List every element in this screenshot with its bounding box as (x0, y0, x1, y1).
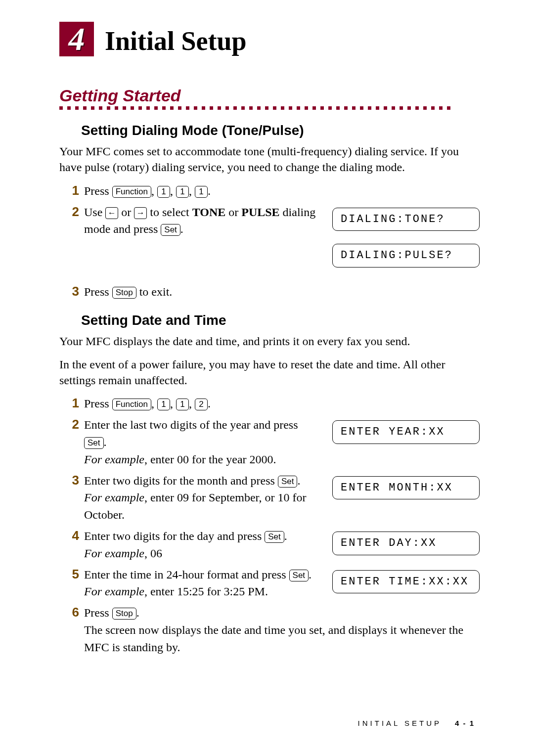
text: Enter two digits for the month and press (84, 474, 278, 487)
key-1: 1 (157, 186, 170, 198)
text: Press (84, 397, 112, 410)
datetime-step-2: 2 Enter the last two digits of the year … (61, 416, 480, 468)
key-function: Function (112, 186, 151, 198)
text: Enter two digits for the day and press (84, 530, 265, 542)
chapter-banner: 4 Initial Setup (59, 22, 480, 56)
page-footer: INITIAL SETUP 4 - 1 (358, 719, 475, 727)
text: Press (84, 184, 112, 197)
datetime-step-1: 1 Press Function, 1, 1, 2. (61, 395, 480, 412)
key-stop: Stop (112, 608, 136, 620)
lcd-enter-year: ENTER YEAR:XX (332, 420, 480, 444)
dotted-rule (59, 106, 480, 110)
text: Use (84, 206, 105, 219)
datetime-step-6: 6 Press Stop. The screen now displays th… (61, 604, 480, 656)
step-number: 3 (61, 472, 84, 489)
key-1: 1 (157, 399, 170, 410)
key-set: Set (161, 224, 180, 236)
chapter-title: Initial Setup (105, 28, 247, 56)
datetime-step-3: 3 Enter two digits for the month and pre… (61, 472, 480, 524)
chapter-number: 4 (69, 23, 85, 55)
text: Enter the time in 24-hour format and pre… (84, 568, 289, 581)
example-label: For example (84, 491, 144, 504)
page-number: 4 - 1 (455, 719, 475, 727)
page: 4 Initial Setup Getting Started Setting … (0, 0, 534, 700)
text: Press (84, 606, 112, 619)
key-set: Set (265, 531, 284, 543)
key-function: Function (112, 399, 151, 410)
example-label: For example (84, 585, 144, 598)
lcd-enter-month: ENTER MONTH:XX (332, 476, 480, 500)
dialing-step-1: 1 Press Function, 1, 1, 1. (61, 182, 480, 200)
text: to exit. (139, 285, 173, 298)
step-number: 4 (61, 528, 84, 544)
example-text: , enter 00 for the year 2000. (144, 453, 276, 466)
datetime-step-4: 4 Enter two digits for the day and press… (61, 528, 480, 562)
subsection-dialing-heading: Setting Dialing Mode (Tone/Pulse) (81, 123, 480, 138)
text: to select (150, 206, 192, 219)
lcd-enter-day: ENTER DAY:XX (332, 532, 480, 555)
step-number: 5 (61, 566, 84, 583)
datetime-p1: Your MFC displays the date and time, and… (59, 333, 480, 349)
text: Enter the last two digits of the year an… (84, 418, 298, 431)
dialing-step-3: 3 Press Stop to exit. (61, 283, 480, 301)
lcd-enter-time: ENTER TIME:XX:XX (332, 570, 480, 594)
chapter-number-box: 4 (59, 22, 94, 56)
text-bold: TONE (192, 206, 226, 219)
running-head: INITIAL SETUP (358, 719, 442, 727)
lcd-dialing-tone: DIALING:TONE? (332, 208, 480, 231)
step-number: 6 (61, 604, 84, 621)
text: or (228, 206, 241, 219)
dialing-intro: Your MFC comes set to accommodate tone (… (59, 143, 480, 176)
dialing-step-2: 2 Use ← or → to select TONE or PULSE dia… (61, 204, 480, 271)
key-1: 1 (176, 186, 189, 198)
key-set: Set (278, 476, 298, 488)
step-number: 1 (61, 395, 84, 412)
key-1: 1 (195, 186, 208, 198)
key-stop: Stop (112, 287, 136, 299)
example-label: For example (84, 547, 144, 560)
section-heading: Getting Started (59, 86, 480, 105)
step-number: 2 (61, 204, 84, 221)
subsection-datetime-heading: Setting Date and Time (81, 312, 480, 328)
example-text: , enter 15:25 for 3:25 PM. (144, 585, 268, 598)
text: Press (84, 285, 112, 298)
text: or (121, 206, 134, 219)
text-bold: PULSE (241, 206, 279, 219)
key-1: 1 (176, 399, 189, 410)
text: The screen now displays the date and tim… (84, 623, 463, 654)
datetime-step-5: 5 Enter the time in 24-hour format and p… (61, 566, 480, 601)
example-label: For example (84, 453, 144, 466)
key-set: Set (84, 437, 104, 449)
key-2: 2 (195, 399, 208, 410)
key-set: Set (289, 570, 309, 581)
example-text: , 06 (144, 547, 162, 560)
arrow-left-icon: ← (105, 207, 118, 219)
step-number: 3 (61, 283, 84, 300)
lcd-dialing-pulse: DIALING:PULSE? (332, 244, 480, 267)
step-number: 1 (61, 182, 84, 199)
datetime-p2: In the event of a power failure, you may… (59, 356, 480, 389)
arrow-right-icon: → (134, 207, 147, 219)
step-number: 2 (61, 416, 84, 433)
